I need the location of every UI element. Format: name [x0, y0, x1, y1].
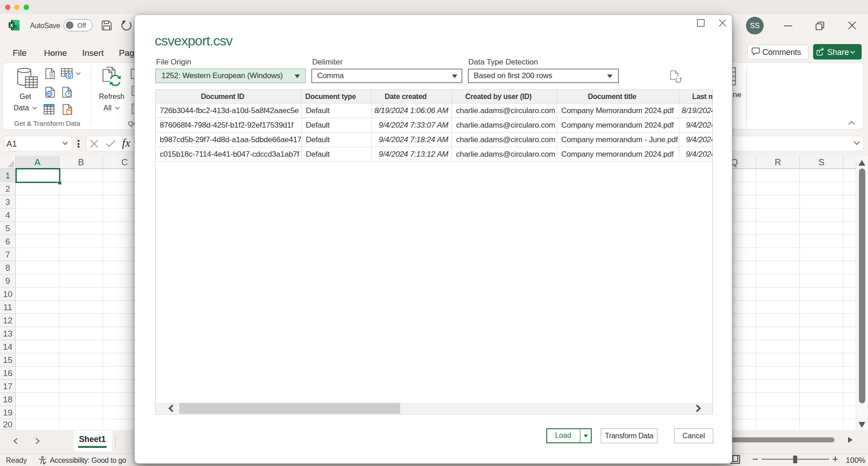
svg-text:X: X: [10, 23, 14, 28]
